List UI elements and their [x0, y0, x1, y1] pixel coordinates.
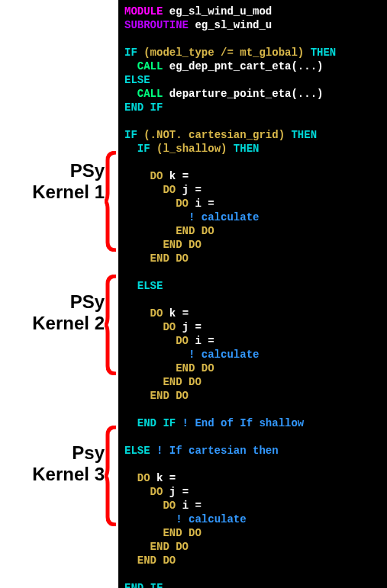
psy-kernel-2-label: PSyKernel 2	[32, 291, 105, 334]
subroutine-keyword: SUBROUTINE	[124, 19, 189, 31]
call-keyword: CALL	[137, 60, 163, 72]
else-keyword: ELSE	[124, 74, 150, 86]
psy-kernel-2-bracket	[105, 275, 117, 375]
endif-keyword: END IF	[124, 101, 163, 114]
enddo-keyword: END DO	[176, 225, 214, 237]
do-keyword: DO	[150, 170, 163, 182]
psy-kernel-1-bracket	[105, 151, 117, 252]
comment: ! calculate	[189, 211, 259, 223]
figure-container: PSyKernel 1 PSyKernel 2 PsyKernel 3 MODU…	[0, 0, 387, 588]
psy-kernel-3-bracket	[105, 426, 117, 526]
code-listing: MODULE eg_sl_wind_u_mod SUBROUTINE eg_sl…	[118, 0, 387, 588]
if-keyword: IF	[124, 47, 137, 59]
module-keyword: MODULE	[124, 5, 163, 18]
psy-kernel-3-label: PsyKernel 3	[32, 442, 105, 485]
psy-kernel-1-label: PSyKernel 1	[32, 160, 105, 203]
annotation-column: PSyKernel 1 PSyKernel 2 PsyKernel 3	[0, 0, 118, 588]
